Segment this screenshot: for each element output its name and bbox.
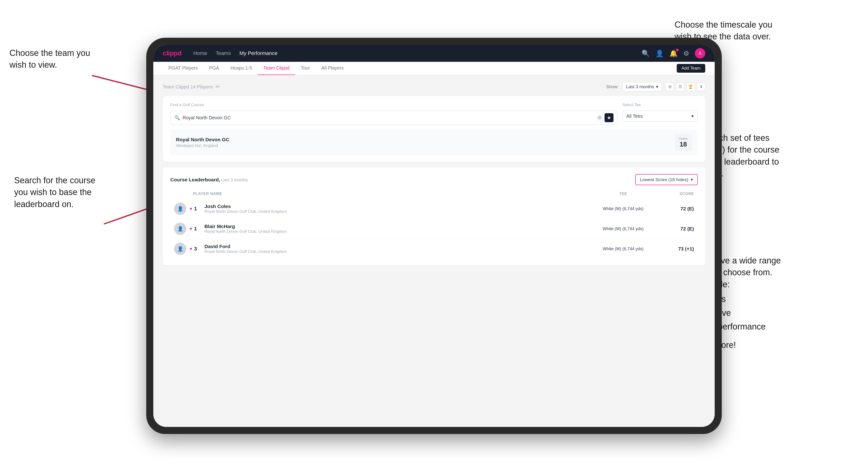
course-result-location: Westward Ho!, England bbox=[176, 144, 229, 148]
grid-view-button[interactable]: ⊞ bbox=[665, 83, 674, 91]
add-team-button[interactable]: Add Team bbox=[677, 64, 705, 73]
heart-icon: ♥ bbox=[190, 226, 192, 231]
person-icon[interactable]: 👤 bbox=[655, 50, 664, 57]
table-row: 👤 ♥ 1 Josh Coles Royal North Devon Golf … bbox=[170, 199, 698, 219]
course-result-name: Royal North Devon GC bbox=[176, 137, 229, 143]
table-row: 👤 ♥ 1 Blair McHarg Royal North Devon Gol… bbox=[170, 219, 698, 239]
player-info: Blair McHarg Royal North Devon Golf Club… bbox=[205, 224, 588, 234]
holes-number: 18 bbox=[679, 141, 688, 148]
col-tee-header: TEE bbox=[588, 192, 658, 196]
tee-value: All Tees bbox=[626, 114, 643, 119]
team-title: Team Clippd 14 Players bbox=[163, 84, 213, 90]
player-tee: White (M) (6,744 yds) bbox=[588, 206, 658, 211]
annotation-search: Search for the course you wish to base t… bbox=[14, 175, 95, 210]
nav-links: Home Teams My Performance bbox=[193, 50, 277, 56]
leaderboard-header: Course Leaderboard, Last 3 months Lowest… bbox=[170, 174, 698, 185]
view-icons: ⊞ ☰ 🏆 ⬇ bbox=[665, 83, 705, 91]
edit-icon[interactable]: ✏ bbox=[216, 84, 220, 90]
user-avatar[interactable]: A bbox=[695, 48, 705, 59]
course-search-row: Find a Golf Course 🔍 ✕ ★ Select Tee All … bbox=[170, 102, 698, 125]
player-rank: 1 bbox=[194, 206, 201, 212]
app-logo: clippd bbox=[163, 50, 181, 57]
leaderboard-subtitle: Last 3 months bbox=[221, 178, 248, 182]
list-view-button[interactable]: ☰ bbox=[676, 83, 684, 91]
show-label: Show: bbox=[606, 84, 619, 89]
player-name: Blair McHarg bbox=[205, 224, 588, 229]
nav-my-performance[interactable]: My Performance bbox=[239, 50, 277, 56]
annotation-team-choice: Choose the team you wish to view. bbox=[9, 47, 90, 71]
sub-navbar: PGAT Players PGA Hcaps 1-5 Team Clippd T… bbox=[153, 62, 715, 75]
avatar: 👤 bbox=[174, 203, 186, 215]
avatar: 👤 bbox=[174, 243, 186, 255]
tab-pgat-players[interactable]: PGAT Players bbox=[163, 62, 204, 75]
table-row: 👤 ♥ 3 David Ford Royal North Devon Golf … bbox=[170, 239, 698, 259]
leaderboard-title: Course Leaderboard, bbox=[170, 177, 220, 182]
find-course-label: Find a Golf Course bbox=[170, 102, 618, 107]
show-controls: Show: Last 3 months ▾ ⊞ ☰ 🏆 ⬇ bbox=[606, 82, 705, 91]
timeframe-value: Last 3 months bbox=[626, 84, 654, 89]
player-rank: 3 bbox=[194, 246, 201, 252]
tab-team-clippd[interactable]: Team Clippd bbox=[257, 62, 295, 75]
search-icon[interactable]: 🔍 bbox=[642, 50, 650, 57]
find-course-card: Find a Golf Course 🔍 ✕ ★ Select Tee All … bbox=[163, 96, 705, 162]
leaderboard-title-wrap: Course Leaderboard, Last 3 months bbox=[170, 177, 248, 183]
settings-icon[interactable]: ⚙ bbox=[683, 50, 689, 57]
chevron-down-icon: ▾ bbox=[656, 84, 658, 89]
tab-pga[interactable]: PGA bbox=[204, 62, 225, 75]
score-type-dropdown[interactable]: Lowest Score (18 holes) ▾ bbox=[635, 174, 698, 185]
search-input-wrap: 🔍 ✕ ★ bbox=[170, 111, 618, 125]
tee-section: Select Tee All Tees ▾ bbox=[622, 102, 698, 121]
ipad-screen: clippd Home Teams My Performance 🔍 👤 🔔 ⚙… bbox=[153, 45, 715, 427]
trophy-icon-button[interactable]: 🏆 bbox=[686, 83, 695, 91]
player-tee: White (M) (6,744 yds) bbox=[588, 226, 658, 231]
holes-label: Holes bbox=[679, 136, 688, 141]
nav-icons: 🔍 👤 🔔 ⚙ A bbox=[642, 48, 705, 59]
leaderboard-card: Course Leaderboard, Last 3 months Lowest… bbox=[163, 167, 705, 266]
heart-icon: ♥ bbox=[190, 247, 192, 251]
app-navbar: clippd Home Teams My Performance 🔍 👤 🔔 ⚙… bbox=[153, 45, 715, 62]
download-button[interactable]: ⬇ bbox=[697, 83, 705, 91]
heart-icon: ♥ bbox=[190, 206, 192, 211]
player-name: Josh Coles bbox=[205, 204, 588, 209]
course-result: Royal North Devon GC Westward Ho!, Engla… bbox=[170, 129, 698, 155]
star-icon[interactable]: ★ bbox=[604, 113, 614, 122]
avatar: 👤 bbox=[174, 223, 186, 235]
table-header-row: PLAYER NAME TEE SCORE bbox=[170, 190, 698, 198]
tee-select-label: Select Tee bbox=[622, 102, 698, 107]
player-rank: 1 bbox=[194, 226, 201, 232]
ipad-frame: clippd Home Teams My Performance 🔍 👤 🔔 ⚙… bbox=[146, 38, 722, 434]
col-player-header: PLAYER NAME bbox=[193, 192, 588, 196]
team-header-row: Team Clippd 14 Players ✏ Show: Last 3 mo… bbox=[163, 82, 705, 91]
player-tee: White (M) (6,744 yds) bbox=[588, 247, 658, 251]
player-info: Josh Coles Royal North Devon Golf Club, … bbox=[205, 204, 588, 214]
col-score-header: SCORE bbox=[658, 192, 694, 196]
player-score: 73 (+1) bbox=[658, 246, 694, 252]
tab-all-players[interactable]: All Players bbox=[316, 62, 349, 75]
tab-tour[interactable]: Tour bbox=[295, 62, 316, 75]
player-score: 72 (E) bbox=[658, 226, 694, 231]
tab-hcaps[interactable]: Hcaps 1-5 bbox=[225, 62, 257, 75]
search-icon: 🔍 bbox=[174, 115, 180, 121]
notification-icon[interactable]: 🔔 bbox=[670, 50, 678, 57]
nav-home[interactable]: Home bbox=[193, 50, 207, 56]
course-search-section: Find a Golf Course 🔍 ✕ ★ bbox=[170, 102, 618, 125]
timeframe-dropdown[interactable]: Last 3 months ▾ bbox=[622, 82, 662, 91]
player-club: Royal North Devon Golf Club, United King… bbox=[205, 209, 588, 214]
course-result-info: Royal North Devon GC Westward Ho!, Engla… bbox=[176, 137, 229, 148]
holes-badge: Holes 18 bbox=[675, 134, 692, 151]
player-score: 72 (E) bbox=[658, 206, 694, 212]
nav-teams[interactable]: Teams bbox=[216, 50, 231, 56]
score-type-value: Lowest Score (18 holes) bbox=[640, 177, 688, 182]
player-club: Royal North Devon Golf Club, United King… bbox=[205, 229, 588, 234]
chevron-down-icon: ▾ bbox=[691, 177, 693, 182]
player-name: David Ford bbox=[205, 244, 588, 249]
chevron-down-icon: ▾ bbox=[691, 113, 694, 119]
tee-dropdown[interactable]: All Tees ▾ bbox=[622, 111, 698, 121]
player-info: David Ford Royal North Devon Golf Club, … bbox=[205, 244, 588, 254]
main-content: Team Clippd 14 Players ✏ Show: Last 3 mo… bbox=[153, 75, 715, 427]
clear-icon[interactable]: ✕ bbox=[597, 115, 602, 120]
course-search-input[interactable] bbox=[183, 115, 595, 121]
player-club: Royal North Devon Golf Club, United King… bbox=[205, 249, 588, 254]
